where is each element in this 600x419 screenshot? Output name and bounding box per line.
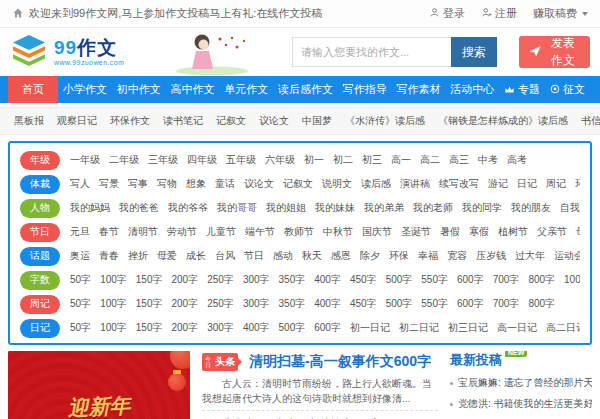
filter-link[interactable]: 台风 [215, 249, 235, 263]
headline-title-link[interactable]: 清明扫墓-高一叙事作文600字 [249, 353, 431, 371]
filter-link[interactable]: 童话 [215, 177, 235, 191]
filter-link[interactable]: 环保 [575, 177, 580, 191]
filter-link[interactable]: 我的爸爸 [119, 201, 159, 215]
subnav-link[interactable]: 读书笔记 [163, 114, 203, 128]
filter-link[interactable]: 200字 [172, 273, 199, 287]
filter-link[interactable]: 150字 [136, 297, 163, 311]
filter-link[interactable]: 续写改写 [439, 177, 479, 191]
filter-link[interactable]: 700字 [493, 273, 520, 287]
filter-link[interactable]: 中考 [478, 153, 498, 167]
filter-link[interactable]: 初三日记 [448, 321, 488, 335]
filter-link[interactable]: 中秋节 [323, 225, 353, 239]
search-button[interactable]: 搜索 [451, 37, 497, 67]
subnav-link[interactable]: 《钢铁是怎样炼成的》读后感 [438, 114, 568, 128]
filter-link[interactable]: 春节 [99, 225, 119, 239]
nav-item[interactable]: 写作素材 [392, 76, 444, 103]
filter-link[interactable]: 说明文 [322, 177, 352, 191]
filter-link[interactable]: 植树节 [498, 225, 528, 239]
filter-link[interactable]: 青春 [99, 249, 119, 263]
filter-link[interactable]: 450字 [350, 297, 377, 311]
filter-link[interactable]: 800字 [528, 273, 555, 287]
filter-link[interactable]: 议论文 [244, 177, 274, 191]
filter-link[interactable]: 我的同学 [462, 201, 502, 215]
filter-link[interactable]: 周记 [546, 177, 566, 191]
filter-link[interactable]: 劳动节 [167, 225, 197, 239]
filter-link[interactable]: 50字 [70, 321, 91, 335]
filter-link[interactable]: 600字 [314, 321, 341, 335]
filter-link[interactable]: 初一日记 [350, 321, 390, 335]
filter-link[interactable]: 500字 [386, 273, 413, 287]
filter-link[interactable]: 600字 [457, 297, 484, 311]
filter-link[interactable]: 感动 [273, 249, 293, 263]
nav-item[interactable]: 读后感作文 [274, 76, 337, 103]
filter-link[interactable]: 600字 [457, 273, 484, 287]
subnav-link[interactable]: 中国梦 [302, 114, 332, 128]
nav-item[interactable]: 小学作文 [59, 76, 111, 103]
filter-link[interactable]: 想象 [186, 177, 206, 191]
filter-link[interactable]: 宽容 [447, 249, 467, 263]
nav-item-call-for-essays[interactable]: 征文 [545, 76, 590, 103]
filter-link[interactable]: 写人 [70, 177, 90, 191]
filter-link[interactable]: 秋天 [302, 249, 322, 263]
filter-link[interactable]: 100字 [100, 273, 127, 287]
filter-link[interactable]: 感恩 [331, 249, 351, 263]
filter-link[interactable]: 母亲节 [576, 225, 580, 239]
filter-link[interactable]: 日记 [517, 177, 537, 191]
publish-essay-button[interactable]: 发表作文 [519, 36, 590, 68]
filter-link[interactable]: 300字 [243, 297, 270, 311]
filter-link[interactable]: 高二 [420, 153, 440, 167]
subnav-link[interactable]: 《水浒传》读后感 [345, 114, 425, 128]
filter-link[interactable]: 圣诞节 [401, 225, 431, 239]
filter-link[interactable]: 游记 [488, 177, 508, 191]
filter-link[interactable]: 我的妈妈 [70, 201, 110, 215]
filter-link[interactable]: 一年级 [70, 153, 100, 167]
filter-link[interactable]: 初一 [304, 153, 324, 167]
filter-link[interactable]: 高考 [507, 153, 527, 167]
filter-link[interactable]: 我的爷爷 [168, 201, 208, 215]
filter-link[interactable]: 350字 [279, 273, 306, 287]
nav-item-home[interactable]: 首页 [8, 76, 58, 103]
filter-link[interactable]: 暑假 [440, 225, 460, 239]
filter-link[interactable]: 写物 [157, 177, 177, 191]
filter-link[interactable]: 教师节 [284, 225, 314, 239]
list-item[interactable]: 宝辰嫲嫲: 遗忘了曾经的那片天-散 [450, 376, 592, 390]
filter-link[interactable]: 500字 [386, 297, 413, 311]
filter-link[interactable]: 550字 [421, 273, 448, 287]
nav-item[interactable]: 活动中心 [446, 76, 498, 103]
filter-link[interactable]: 元旦 [70, 225, 90, 239]
filter-link[interactable]: 母爱 [157, 249, 177, 263]
filter-link[interactable]: 100字 [100, 297, 127, 311]
filter-link[interactable]: 我的老师 [413, 201, 453, 215]
filter-link[interactable]: 我的朋友 [511, 201, 551, 215]
subnav-link[interactable]: 记叙文 [216, 114, 246, 128]
filter-link[interactable]: 400字 [243, 321, 270, 335]
subnav-link[interactable]: 观察日记 [57, 114, 97, 128]
nav-item-topics[interactable]: 专题 [499, 76, 545, 103]
filter-link[interactable]: 除夕 [360, 249, 380, 263]
filter-link[interactable]: 我的妹妹 [315, 201, 355, 215]
filter-link[interactable]: 400字 [314, 297, 341, 311]
filter-link[interactable]: 50字 [70, 273, 91, 287]
filter-link[interactable]: 450字 [350, 273, 377, 287]
filter-link[interactable]: 550字 [421, 297, 448, 311]
filter-link[interactable]: 节日 [244, 249, 264, 263]
search-input[interactable] [292, 37, 451, 67]
filter-link[interactable]: 挫折 [128, 249, 148, 263]
filter-link[interactable]: 1000字 [564, 273, 580, 287]
filter-link[interactable]: 初二日记 [399, 321, 439, 335]
nav-item[interactable]: 高中作文 [166, 76, 218, 103]
filter-link[interactable]: 800字 [528, 297, 555, 311]
filter-link[interactable]: 400字 [314, 273, 341, 287]
register-link[interactable]: 注册 [481, 6, 517, 21]
filter-link[interactable]: 高三 [449, 153, 469, 167]
filter-link[interactable]: 儿童节 [206, 225, 236, 239]
site-logo[interactable]: 99作文 www.99zuowen.com [10, 34, 162, 71]
filter-link[interactable]: 我的姐姐 [266, 201, 306, 215]
filter-link[interactable]: 国庆节 [362, 225, 392, 239]
subnav-link[interactable]: 环保作文 [110, 114, 150, 128]
filter-link[interactable]: 初二 [333, 153, 353, 167]
filter-link[interactable]: 二年级 [109, 153, 139, 167]
login-link[interactable]: 登录 [429, 6, 465, 21]
filter-link[interactable]: 五年级 [226, 153, 256, 167]
filter-link[interactable]: 250字 [207, 297, 234, 311]
